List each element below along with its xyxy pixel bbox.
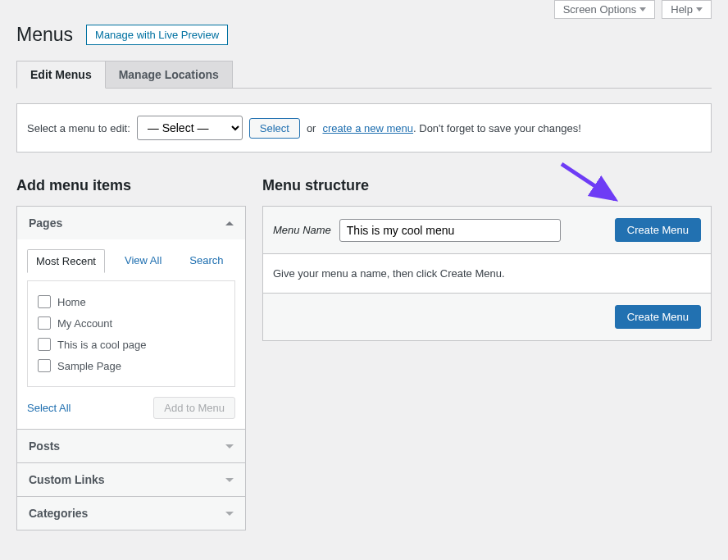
create-menu-button-top[interactable]: Create Menu [615, 218, 701, 242]
page-item: Home [38, 291, 225, 312]
page-item-label: Home [57, 296, 86, 308]
chevron-up-icon [225, 221, 234, 225]
menu-selector-row: Select a menu to edit: — Select — Select… [16, 103, 712, 153]
menu-name-input[interactable] [339, 219, 561, 242]
add-to-menu-button[interactable]: Add to Menu [153, 397, 235, 419]
tab-edit-menus[interactable]: Edit Menus [16, 61, 106, 89]
accordion-categories: Categories [16, 497, 246, 530]
chevron-down-icon [225, 444, 234, 448]
reminder-text: . Don't forget to save your changes! [413, 122, 581, 134]
menu-name-label: Menu Name [273, 224, 331, 236]
menu-select-label: Select a menu to edit: [27, 122, 130, 134]
help-button[interactable]: Help [662, 0, 712, 19]
pages-tab-search[interactable]: Search [181, 249, 231, 273]
tab-bar: Edit Menus Manage Locations [16, 61, 712, 89]
menu-structure-box: Menu Name Create Menu Give your menu a n… [262, 206, 712, 341]
accordion-posts-header[interactable]: Posts [17, 430, 245, 462]
accordion-custom-links-header[interactable]: Custom Links [17, 463, 245, 496]
page-item-label: Sample Page [57, 360, 121, 372]
pages-tab-recent[interactable]: Most Recent [27, 249, 105, 273]
pages-tab-view-all[interactable]: View All [116, 249, 170, 273]
chevron-down-icon [696, 7, 703, 11]
chevron-down-icon [225, 478, 234, 482]
screen-options-label: Screen Options [563, 3, 637, 16]
accordion-custom-links-title: Custom Links [29, 473, 105, 486]
checkbox[interactable] [38, 359, 51, 372]
create-menu-button-bottom[interactable]: Create Menu [615, 305, 701, 329]
menu-select[interactable]: — Select — [137, 116, 243, 140]
accordion-categories-header[interactable]: Categories [17, 497, 245, 530]
checkbox[interactable] [38, 316, 51, 330]
screen-options-button[interactable]: Screen Options [554, 0, 656, 19]
page-item: My Account [38, 312, 225, 334]
page-item: This is a cool page [38, 334, 225, 355]
menu-structure-heading: Menu structure [262, 177, 712, 194]
accordion-custom-links: Custom Links [16, 463, 246, 497]
add-menu-items-heading: Add menu items [16, 177, 246, 194]
checkbox[interactable] [38, 295, 51, 308]
help-label: Help [671, 3, 693, 16]
chevron-down-icon [639, 7, 646, 11]
chevron-down-icon [225, 512, 234, 516]
tab-manage-locations[interactable]: Manage Locations [106, 61, 233, 89]
accordion-pages: Pages Most Recent View All Search Home [16, 206, 246, 430]
page-item-label: My Account [57, 317, 112, 330]
checkbox[interactable] [38, 338, 51, 351]
select-button[interactable]: Select [249, 118, 300, 139]
select-all-link[interactable]: Select All [27, 402, 71, 414]
page-title: Menus [16, 24, 73, 46]
create-new-menu-link[interactable]: create a new menu [322, 122, 413, 134]
accordion-pages-title: Pages [29, 216, 62, 230]
page-item-label: This is a cool page [57, 339, 146, 351]
accordion-posts-title: Posts [29, 439, 60, 453]
page-item: Sample Page [38, 355, 225, 376]
or-text: or [307, 122, 316, 134]
menu-instruction-text: Give your menu a name, then click Create… [263, 254, 711, 294]
accordion-categories-title: Categories [29, 507, 88, 520]
live-preview-button[interactable]: Manage with Live Preview [86, 25, 228, 45]
accordion-posts: Posts [16, 430, 246, 463]
accordion-pages-header[interactable]: Pages [17, 207, 245, 239]
